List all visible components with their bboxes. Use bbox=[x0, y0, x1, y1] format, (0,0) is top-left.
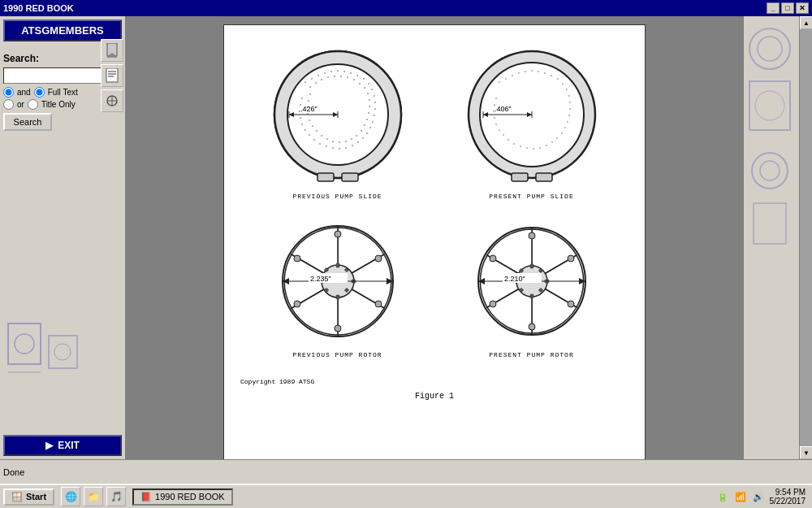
svg-point-78 bbox=[312, 125, 313, 127]
bookmark-icon-btn[interactable] bbox=[101, 39, 123, 62]
svg-point-107 bbox=[569, 102, 571, 103]
svg-point-109 bbox=[568, 115, 570, 116]
svg-point-82 bbox=[308, 100, 309, 102]
present-pump-slide-label: PRESENT PUMP SLIDE bbox=[489, 193, 573, 200]
svg-point-32 bbox=[374, 108, 376, 110]
svg-point-26 bbox=[356, 75, 358, 76]
svg-point-24 bbox=[343, 71, 345, 72]
svg-point-73 bbox=[339, 141, 340, 143]
scroll-down-arrow[interactable]: ▼ bbox=[800, 446, 812, 459]
time-display: 9:54 PM bbox=[770, 488, 806, 497]
previous-pump-rotor-svg: 2.235" bbox=[273, 216, 403, 346]
svg-point-29 bbox=[371, 89, 373, 90]
svg-point-180 bbox=[758, 37, 782, 61]
atsg-logo-button[interactable]: ATSGMEMBERS bbox=[3, 20, 122, 41]
svg-point-183 bbox=[752, 153, 788, 189]
minimize-button[interactable]: _ bbox=[767, 2, 780, 14]
svg-point-28 bbox=[368, 83, 369, 85]
svg-point-171 bbox=[529, 323, 535, 330]
svg-point-106 bbox=[568, 95, 570, 97]
svg-point-128 bbox=[495, 98, 497, 99]
svg-point-36 bbox=[366, 132, 368, 134]
svg-point-74 bbox=[332, 141, 334, 142]
right-panel: ▲ ▼ bbox=[743, 16, 812, 459]
exit-button[interactable]: ▶ EXIT bbox=[3, 435, 122, 456]
svg-point-58 bbox=[340, 76, 342, 77]
taskbar: 🪟 Start 🌐 📁 🎵 📕 1990 RED BOOK 🔋 📶 🔊 9:54… bbox=[0, 484, 812, 508]
document-page: .426" PREVIOUS PUMP SLIDE bbox=[223, 24, 646, 459]
svg-point-66 bbox=[368, 112, 369, 114]
search-button[interactable]: Search bbox=[3, 113, 52, 131]
tools-icon-btn[interactable] bbox=[101, 89, 123, 112]
svg-point-125 bbox=[494, 117, 495, 119]
svg-point-120 bbox=[513, 143, 515, 145]
svg-point-122 bbox=[503, 134, 504, 136]
svg-point-56 bbox=[327, 76, 329, 78]
ie-icon[interactable]: 🌐 bbox=[61, 487, 80, 506]
volume-tray-icon: 🔊 bbox=[752, 490, 765, 503]
svg-point-21 bbox=[324, 72, 326, 74]
svg-point-69 bbox=[361, 130, 362, 132]
svg-rect-160 bbox=[530, 264, 533, 268]
svg-point-168 bbox=[529, 232, 535, 239]
figure-caption: Figure 1 bbox=[415, 392, 454, 401]
start-button[interactable]: 🪟 Start bbox=[3, 488, 54, 506]
svg-point-27 bbox=[363, 78, 365, 80]
svg-point-101 bbox=[544, 72, 546, 74]
and-radio[interactable] bbox=[3, 87, 14, 98]
svg-rect-161 bbox=[530, 294, 533, 298]
svg-point-38 bbox=[357, 141, 359, 143]
or-radio[interactable] bbox=[3, 99, 14, 110]
svg-point-77 bbox=[316, 130, 317, 132]
copyright-text: Copyright 1989 ATSG bbox=[240, 378, 628, 385]
scrollbar[interactable]: ▲ ▼ bbox=[799, 16, 812, 459]
svg-point-71 bbox=[351, 138, 352, 140]
svg-point-45 bbox=[313, 139, 315, 141]
svg-point-114 bbox=[551, 141, 553, 143]
windows-logo: 🪟 bbox=[11, 492, 23, 502]
prev-pump-rotor-label: PREVIOUS PUMP ROTOR bbox=[292, 351, 382, 358]
svg-point-147 bbox=[335, 231, 341, 237]
battery-tray-icon: 🔋 bbox=[716, 490, 729, 503]
titleonly-radio[interactable] bbox=[28, 99, 38, 110]
present-pump-slide-svg: .406" bbox=[459, 41, 605, 188]
redbook-app-btn[interactable]: 📕 1990 RED BOOK bbox=[132, 488, 233, 506]
svg-point-60 bbox=[353, 79, 355, 80]
sidebar: ATSGMEMBERS Search: and Full Text or Tit… bbox=[0, 16, 126, 459]
svg-text:.426": .426" bbox=[300, 105, 317, 113]
svg-rect-181 bbox=[749, 81, 790, 130]
scroll-track[interactable] bbox=[800, 29, 812, 446]
close-button[interactable]: ✕ bbox=[796, 2, 809, 14]
svg-point-22 bbox=[330, 71, 332, 72]
previous-pump-slide: .426" PREVIOUS PUMP SLIDE bbox=[250, 41, 425, 200]
taskbar-apps: 📕 1990 RED BOOK bbox=[132, 488, 233, 506]
page-icon-btn[interactable] bbox=[101, 64, 123, 87]
svg-point-43 bbox=[326, 145, 327, 147]
prev-pump-slide-label: PREVIOUS PUMP SLIDE bbox=[292, 193, 382, 200]
titleonly-label: Title Only bbox=[41, 100, 76, 109]
figure-area: .426" PREVIOUS PUMP SLIDE bbox=[240, 41, 628, 401]
media-icon[interactable]: 🎵 bbox=[106, 487, 126, 506]
folder-icon[interactable]: 📁 bbox=[84, 487, 103, 506]
svg-point-95 bbox=[505, 78, 507, 80]
fulltext-radio[interactable] bbox=[34, 87, 45, 98]
svg-point-83 bbox=[309, 93, 311, 95]
svg-point-110 bbox=[567, 121, 568, 123]
svg-point-68 bbox=[364, 124, 365, 126]
maximize-button[interactable]: □ bbox=[781, 2, 794, 14]
scroll-up-arrow[interactable]: ▲ bbox=[800, 16, 812, 29]
svg-point-67 bbox=[366, 119, 368, 120]
svg-point-54 bbox=[315, 82, 317, 84]
svg-point-99 bbox=[531, 70, 533, 72]
svg-point-52 bbox=[301, 98, 303, 99]
svg-point-111 bbox=[564, 127, 566, 128]
or-label: or bbox=[17, 100, 24, 109]
status-text: Done bbox=[3, 467, 809, 477]
svg-point-55 bbox=[321, 79, 322, 80]
svg-point-119 bbox=[520, 145, 521, 147]
svg-point-103 bbox=[557, 78, 559, 80]
svg-point-33 bbox=[374, 115, 375, 116]
svg-point-98 bbox=[525, 71, 526, 72]
and-label: and bbox=[17, 88, 31, 97]
svg-rect-85 bbox=[342, 173, 358, 181]
